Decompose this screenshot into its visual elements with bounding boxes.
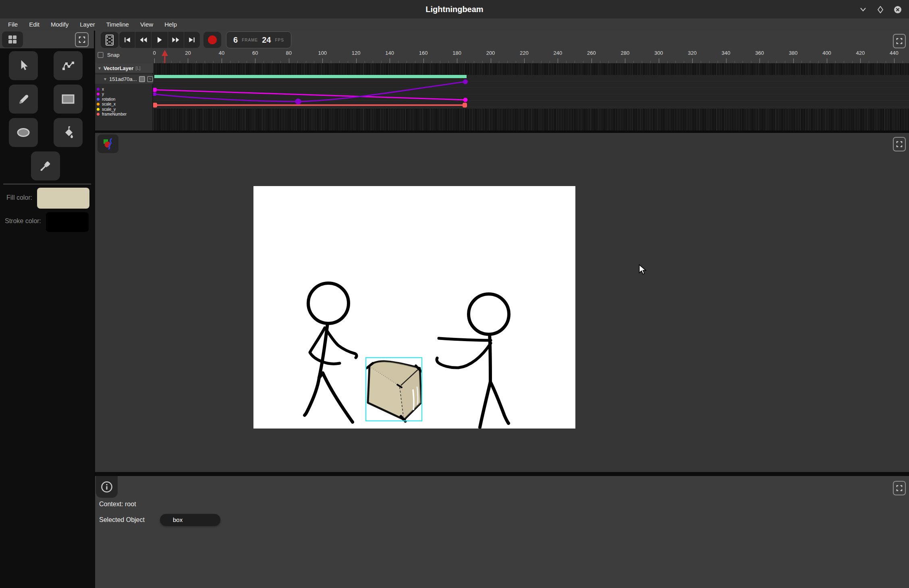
menu-edit[interactable]: Edit	[23, 19, 45, 31]
play-button[interactable]	[152, 32, 168, 48]
fullscreen-icon	[79, 36, 85, 43]
keyframe[interactable]	[463, 79, 468, 84]
playhead[interactable]	[160, 49, 169, 64]
close-icon[interactable]	[893, 5, 902, 14]
layer-tilde-button[interactable]: ~	[147, 76, 153, 82]
collapse-caret-icon[interactable]: ▼	[103, 77, 107, 81]
paint-bucket-tool-button[interactable]	[54, 118, 83, 147]
rewind-button[interactable]	[135, 32, 152, 48]
ruler-label: 380	[789, 50, 798, 56]
stage[interactable]	[253, 186, 575, 429]
minimize-icon[interactable]	[859, 5, 867, 14]
ruler-tick-major	[188, 58, 188, 63]
property-row-y[interactable]: y	[97, 92, 127, 97]
eyedropper-tool-button[interactable]	[31, 151, 60, 180]
ellipse-icon	[17, 128, 30, 137]
selected-object-value[interactable]: box	[160, 514, 220, 526]
eyedropper-icon	[39, 159, 52, 172]
keyframe[interactable]	[463, 98, 468, 102]
keyframe[interactable]	[153, 92, 156, 96]
tools-panel	[0, 31, 94, 588]
mouse-cursor	[639, 264, 648, 275]
menu-modify[interactable]: Modify	[45, 19, 74, 31]
fullscreen-icon	[896, 141, 903, 147]
frame-value: 6	[233, 35, 238, 45]
ruler-tick-major	[457, 58, 457, 63]
film-button[interactable]	[101, 32, 118, 48]
keyframe[interactable]	[463, 103, 467, 108]
property-row-scale_x[interactable]: scale_x	[97, 102, 127, 107]
ruler-label: 280	[621, 50, 629, 56]
menu-help[interactable]: Help	[159, 19, 183, 31]
go-to-start-button[interactable]	[119, 32, 135, 48]
ruler-label: 240	[554, 50, 562, 56]
property-row-rotation[interactable]: rotation	[97, 97, 127, 102]
fill-color-label: Fill color:	[6, 194, 32, 201]
maximize-icon[interactable]	[876, 5, 885, 14]
keyframe[interactable]	[295, 99, 301, 105]
info-button[interactable]	[96, 476, 118, 498]
ruler-tick-major	[760, 58, 760, 63]
stroke-color-swatch[interactable]	[46, 212, 89, 232]
property-name: scale_x	[102, 102, 116, 106]
ruler-tick-major	[322, 58, 323, 63]
snap-label: Snap	[107, 52, 119, 58]
ellipse-tool-button[interactable]	[9, 118, 38, 147]
transport-controls	[119, 32, 200, 48]
ruler-tick-major	[289, 58, 289, 63]
timeline-expand-button[interactable]	[893, 34, 906, 48]
ruler-label: 80	[286, 50, 292, 56]
fast-forward-button[interactable]	[168, 32, 184, 48]
fill-color-swatch[interactable]	[37, 188, 89, 209]
ruler-label: 420	[856, 50, 865, 56]
ruler-tick-major	[659, 58, 659, 63]
fps-label: FPS	[275, 38, 284, 42]
pencil-icon	[17, 93, 30, 106]
fast-forward-icon	[172, 37, 180, 43]
go-to-end-button[interactable]	[184, 32, 200, 48]
ruler-tick-major	[860, 58, 861, 63]
pencil-tool-button[interactable]	[9, 85, 38, 114]
rectangle-tool-button[interactable]	[54, 85, 83, 114]
ruler-label: 100	[318, 50, 327, 56]
menu-file[interactable]: File	[2, 19, 23, 31]
timeline-tracks[interactable]	[153, 63, 909, 130]
keyframe[interactable]	[153, 88, 157, 92]
select-tool-button[interactable]	[9, 51, 38, 80]
rectangle-icon	[62, 94, 75, 104]
property-row-scale_y[interactable]: scale_y	[97, 107, 127, 112]
stick-figure-right[interactable]	[437, 294, 509, 427]
property-color-dot	[97, 103, 100, 106]
layer-row-vectorlayer[interactable]: ▼ VectorLayer [L]	[95, 63, 153, 73]
ruler-label: 300	[654, 50, 663, 56]
ruler-tick-major	[726, 58, 726, 63]
property-row-frameNumber[interactable]: frameNumber	[97, 112, 127, 117]
menu-timeline[interactable]: Timeline	[101, 19, 135, 31]
record-button[interactable]	[203, 32, 221, 48]
stick-figure-left[interactable]	[305, 283, 357, 422]
box-object[interactable]	[367, 361, 421, 421]
snap-checkbox[interactable]	[98, 52, 104, 58]
ruler-tick-major	[390, 58, 390, 63]
menu-layer[interactable]: Layer	[74, 19, 101, 31]
layer-visibility-toggle[interactable]	[139, 76, 145, 82]
menu-view[interactable]: View	[135, 19, 159, 31]
transform-tool-button[interactable]	[54, 51, 83, 80]
panel-grid-button[interactable]	[2, 31, 23, 48]
collapse-caret-icon[interactable]: ▼	[98, 66, 102, 70]
layer-child-name: 151ad70a...	[109, 76, 137, 82]
rewind-icon	[139, 37, 147, 43]
canvas-expand-button[interactable]	[893, 137, 906, 151]
keyframe[interactable]	[153, 103, 157, 108]
property-color-dot	[97, 88, 100, 91]
tools-expand-button[interactable]	[75, 32, 89, 47]
cursor-icon	[17, 59, 29, 72]
layer-child-row[interactable]: ▼ 151ad70a... ~	[95, 75, 153, 84]
inspector-expand-button[interactable]	[893, 481, 906, 495]
timeline-ruler[interactable]: 0204060801001201401601802002202402602803…	[153, 49, 909, 63]
paint-bucket-icon	[62, 126, 75, 139]
canvas-logo-button[interactable]	[98, 135, 118, 153]
title-bar: Lightningbeam	[0, 0, 909, 19]
play-icon	[156, 36, 163, 43]
property-row-x[interactable]: x	[97, 87, 127, 92]
